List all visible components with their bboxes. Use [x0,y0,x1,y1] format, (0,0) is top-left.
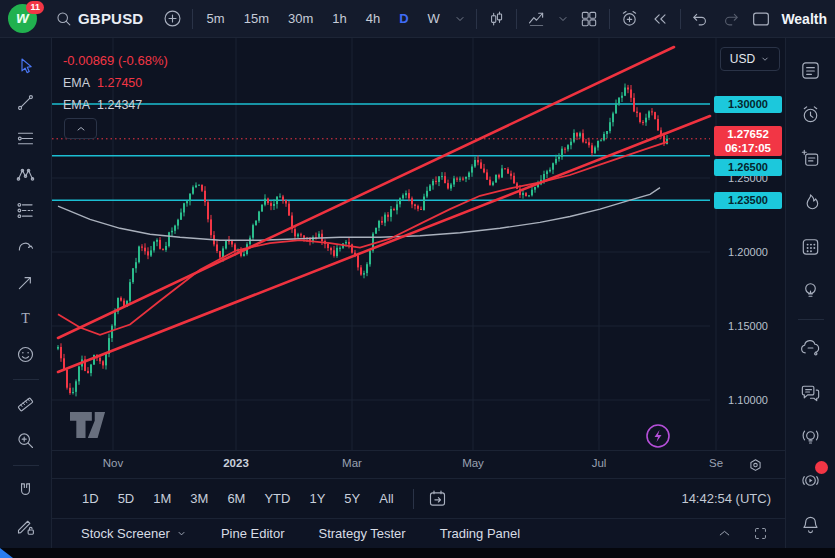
journal-plus-icon[interactable] [798,145,824,171]
app-logo[interactable]: w 11 [8,4,38,34]
axis-tick-1-15: 1.15000 [714,319,782,333]
compare-add-icon[interactable] [161,6,182,32]
divider [0,372,51,386]
replay-icon[interactable] [649,6,670,32]
corner-wedge [0,548,13,558]
symbol-name: GBPUSD [78,10,143,27]
ema-slow-row[interactable]: EMA1.24347 [63,94,168,116]
candlestick-style-icon[interactable] [486,6,507,32]
range-ytd[interactable]: YTD [256,487,298,510]
alert-plus-icon[interactable] [619,6,640,32]
magnet-tool-icon[interactable] [13,477,39,503]
timeframe-5m[interactable]: 5m [202,8,230,29]
drawing-toolbar: T [0,38,52,548]
tab-trading-panel[interactable]: Trading Panel [423,526,537,541]
divider [786,312,835,326]
arrow-marker-tool-icon[interactable] [13,269,39,295]
chevron-down-icon[interactable] [557,6,570,32]
axis-settings-icon[interactable] [742,452,768,478]
zoom-in-tool-icon[interactable] [13,427,39,453]
minds-cloud-icon[interactable] [798,335,824,361]
timeframe-1h[interactable]: 1h [327,8,351,29]
currency-dropdown[interactable]: USD [720,47,780,71]
fib-retracement-tool-icon[interactable] [13,125,39,151]
level-label-1-265[interactable]: 1.26500 [714,159,782,176]
cursor-tool-icon[interactable] [13,53,39,79]
tab-stock-screener[interactable]: Stock Screener [64,526,204,541]
last-price-label: 1.27652 06:17:05 [714,126,782,156]
range-toolbar: 1D 5D 1M 3M 6M YTD 1Y 5Y All 14:42:54 (U… [52,478,785,518]
brush-tool-icon[interactable] [13,233,39,259]
redo-icon[interactable] [720,6,741,32]
range-all[interactable]: All [371,487,401,510]
level-label-1-235[interactable]: 1.23500 [714,192,782,209]
notification-badge: 11 [26,1,44,14]
ruler-tool-icon[interactable] [13,391,39,417]
search-icon [50,6,76,32]
utc-clock[interactable]: 14:42:54 (UTC) [681,491,771,506]
time-label: Jul [592,457,607,469]
chat-icon[interactable] [798,379,824,405]
level-label-1-30[interactable]: 1.30000 [714,96,782,113]
layout-grid-icon[interactable] [579,6,600,32]
svg-text:T: T [21,310,30,325]
timeframe-4h[interactable]: 4h [361,8,385,29]
top-toolbar: w 11 GBPUSD 5m 15m 30m 1h 4h D W [0,0,835,38]
watchlist-icon[interactable] [798,57,824,83]
timeframe-W[interactable]: W [423,8,445,29]
axis-tick-1-10: 1.10000 [714,393,782,407]
range-5d[interactable]: 5D [110,487,143,510]
stream-notification-dot [815,461,828,474]
bar-countdown: 06:17:05 [714,141,782,155]
trend-line-tool-icon[interactable] [13,89,39,115]
range-1d[interactable]: 1D [74,487,107,510]
bottom-strip [0,548,835,558]
drawing-lock-tool-icon[interactable] [13,513,39,539]
chevron-down-icon[interactable] [454,6,467,32]
legend-collapse-button[interactable] [64,118,97,139]
ideas-bulb-icon[interactable] [798,277,824,303]
range-1y[interactable]: 1Y [301,487,333,510]
forecast-tool-icon[interactable] [13,197,39,223]
undo-icon[interactable] [690,6,711,32]
range-5y[interactable]: 5Y [336,487,368,510]
partner-label[interactable]: Wealth [781,11,827,27]
maximize-panel-icon[interactable] [747,521,773,547]
indicators-icon[interactable] [526,6,547,32]
time-label: May [462,457,484,469]
range-1m[interactable]: 1M [145,487,179,510]
time-label-year: 2023 [223,457,249,469]
range-6m[interactable]: 6M [219,487,253,510]
text-tool-icon[interactable]: T [13,305,39,331]
divider [516,9,517,29]
notifications-bell-icon[interactable] [798,511,824,537]
chart-area[interactable]: -0.00869 (-0.68%) EMA1.27450 EMA1.24347 … [52,38,785,450]
calendar-icon[interactable] [798,233,824,259]
ema-fast-row[interactable]: EMA1.27450 [63,72,168,94]
go-to-date-icon[interactable] [425,486,451,512]
price-change: -0.00869 (-0.68%) [63,50,168,72]
timeframe-30m[interactable]: 30m [283,8,318,29]
symbol-search-button[interactable]: GBPUSD [47,3,146,35]
tab-pine-editor[interactable]: Pine Editor [204,526,302,541]
ideas-live-icon[interactable] [798,423,824,449]
hotlists-flame-icon[interactable] [798,189,824,215]
chart-legend: -0.00869 (-0.68%) EMA1.27450 EMA1.24347 [63,50,168,116]
time-label: Nov [103,457,123,469]
divider [476,9,477,29]
timeframe-15m[interactable]: 15m [239,8,274,29]
time-axis[interactable]: Nov 2023 Mar May Jul Se [52,450,785,478]
panel-chevron-up-icon[interactable] [711,521,737,547]
timeframe-D[interactable]: D [394,8,413,29]
alerts-icon[interactable] [798,101,824,127]
chart-column: -0.00869 (-0.68%) EMA1.27450 EMA1.24347 … [52,38,785,548]
emoji-tool-icon[interactable] [13,341,39,367]
screenshot-icon[interactable] [750,6,772,32]
time-label: Mar [342,457,362,469]
ema-fast-value: 1.27450 [97,76,142,90]
range-3m[interactable]: 3M [182,487,216,510]
flash-icon [647,425,669,447]
xabcd-pattern-tool-icon[interactable] [13,161,39,187]
tab-strategy-tester[interactable]: Strategy Tester [301,526,422,541]
time-label: Se [709,457,723,469]
